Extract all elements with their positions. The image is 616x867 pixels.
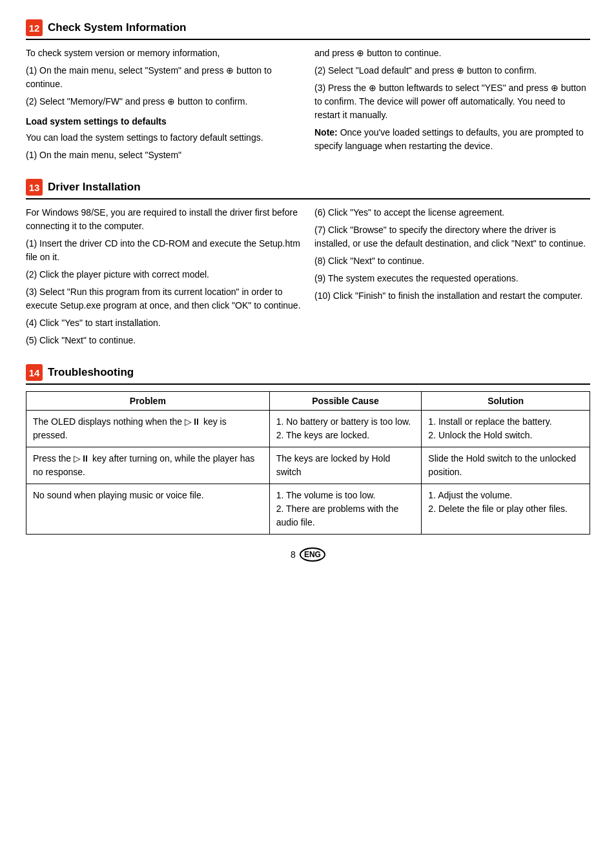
driver-right-step9: (9) The system executes the requested op… [314,272,590,285]
troubleshooting-section: 14 Troubleshooting Problem Possible Caus… [26,364,590,535]
check-system-right: and press ⊕ button to continue. (2) Sele… [314,46,590,166]
check-system-left: To check system version or memory inform… [26,46,302,166]
driver-install-left: For Windows 98/SE, you are required to i… [26,206,302,351]
check-system-section: 12 Check System Information To check sys… [26,19,590,166]
driver-install-right: (6) Click "Yes" to accept the license ag… [314,206,590,351]
table-header-row: Problem Possible Cause Solution [26,392,590,411]
check-system-subtext: You can load the system settings to fact… [26,131,302,145]
driver-right-step6: (6) Click "Yes" to accept the license ag… [314,206,590,219]
driver-step5: (5) Click "Next" to continue. [26,334,302,347]
driver-right-step8: (8) Click "Next" to continue. [314,254,590,268]
driver-step2: (2) Click the player picture with correc… [26,268,302,281]
check-system-note: Note: Once you've loaded settings to def… [314,126,590,153]
cause-2: The keys are locked by Hold switch [269,447,422,484]
troubleshooting-header: 14 Troubleshooting [26,364,590,385]
problem-3: No sound when playing music or voice fil… [26,484,270,535]
check-system-right-step1: and press ⊕ button to continue. [314,46,590,60]
section-number-12: 12 [26,19,43,36]
section-number-14: 14 [26,364,43,381]
driver-install-header: 13 Driver Installation [26,179,590,199]
problem-2: Press the ▷⏸ key after turning on, while… [26,447,270,484]
check-system-content: To check system version or memory inform… [26,46,590,166]
solution-1: 1. Install or replace the battery.2. Unl… [422,411,590,447]
solution-3: 1. Adjust the volume.2. Delete the file … [422,484,590,535]
col-header-cause: Possible Cause [269,392,422,411]
col-header-solution: Solution [422,392,590,411]
solution-2: Slide the Hold switch to the unlocked po… [422,447,590,484]
troubleshooting-title: Troubleshooting [48,366,134,379]
check-system-substep1: (1) On the main menu, select "System" [26,148,302,162]
driver-step1: (1) Insert the driver CD into the CD-ROM… [26,237,302,264]
section-number-13: 13 [26,179,43,196]
table-row: Press the ▷⏸ key after turning on, while… [26,447,590,484]
page-number: 8 [291,549,296,560]
check-system-right-step3: (3) Press the ⊕ button leftwards to sele… [314,81,590,122]
driver-step3: (3) Select "Run this program from its cu… [26,285,302,312]
check-system-right-step2: (2) Select "Load default" and press ⊕ bu… [314,64,590,77]
check-system-subheading: Load system settings to defaults [26,115,302,128]
driver-install-section: 13 Driver Installation For Windows 98/SE… [26,179,590,351]
table-row: The OLED displays nothing when the ▷⏸ ke… [26,411,590,447]
check-system-intro: To check system version or memory inform… [26,46,302,60]
driver-install-title: Driver Installation [48,181,141,194]
col-header-problem: Problem [26,392,270,411]
cause-3: 1. The volume is too low.2. There are pr… [269,484,422,535]
note-bold-label: Note: [314,127,338,138]
page-footer: 8 ENG [26,547,590,562]
check-system-title: Check System Information [48,21,186,34]
table-row: No sound when playing music or voice fil… [26,484,590,535]
driver-right-step10: (10) Click "Finish" to finish the instal… [314,289,590,303]
driver-install-content: For Windows 98/SE, you are required to i… [26,206,590,351]
check-system-step2: (2) Select "Memory/FW" and press ⊕ butto… [26,95,302,108]
driver-right-step7: (7) Click "Browse" to specify the direct… [314,223,590,250]
driver-install-intro: For Windows 98/SE, you are required to i… [26,206,302,233]
check-system-step1: (1) On the main menu, select "System" an… [26,64,302,91]
check-system-header: 12 Check System Information [26,19,590,40]
cause-1: 1. No battery or battery is too low.2. T… [269,411,422,447]
eng-badge: ENG [300,547,325,562]
driver-step4: (4) Click "Yes" to start installation. [26,316,302,330]
troubleshooting-table: Problem Possible Cause Solution The OLED… [26,391,590,535]
problem-1: The OLED displays nothing when the ▷⏸ ke… [26,411,270,447]
